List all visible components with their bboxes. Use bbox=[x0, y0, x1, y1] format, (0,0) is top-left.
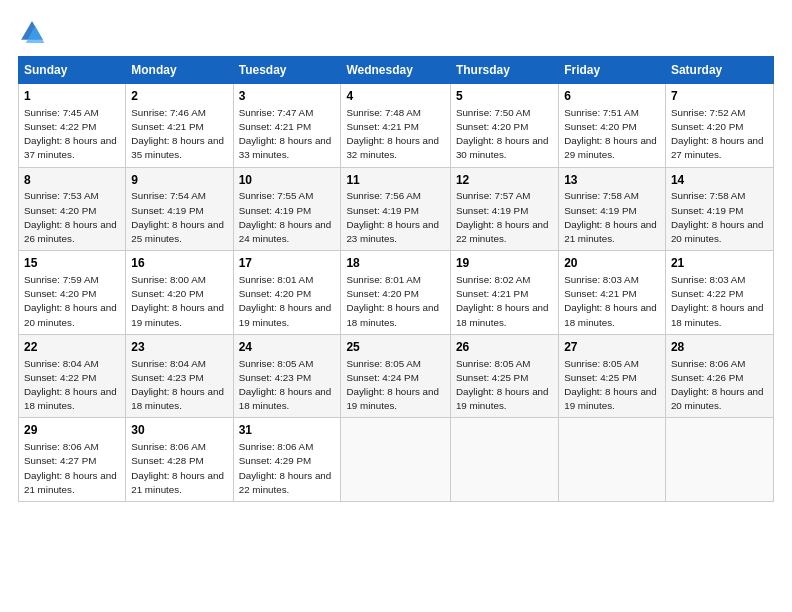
day-info: Sunrise: 8:06 AMSunset: 4:27 PMDaylight:… bbox=[24, 440, 120, 497]
day-info: Sunrise: 7:52 AMSunset: 4:20 PMDaylight:… bbox=[671, 106, 768, 163]
day-cell: 5Sunrise: 7:50 AMSunset: 4:20 PMDaylight… bbox=[450, 84, 558, 168]
day-info: Sunrise: 8:05 AMSunset: 4:24 PMDaylight:… bbox=[346, 357, 445, 414]
day-info: Sunrise: 8:01 AMSunset: 4:20 PMDaylight:… bbox=[239, 273, 336, 330]
day-info: Sunrise: 8:03 AMSunset: 4:21 PMDaylight:… bbox=[564, 273, 660, 330]
day-cell: 4Sunrise: 7:48 AMSunset: 4:21 PMDaylight… bbox=[341, 84, 451, 168]
day-number: 25 bbox=[346, 339, 445, 356]
day-cell: 18Sunrise: 8:01 AMSunset: 4:20 PMDayligh… bbox=[341, 251, 451, 335]
day-info: Sunrise: 8:03 AMSunset: 4:22 PMDaylight:… bbox=[671, 273, 768, 330]
day-number: 26 bbox=[456, 339, 553, 356]
day-number: 17 bbox=[239, 255, 336, 272]
day-cell: 14Sunrise: 7:58 AMSunset: 4:19 PMDayligh… bbox=[665, 167, 773, 251]
day-cell: 15Sunrise: 7:59 AMSunset: 4:20 PMDayligh… bbox=[19, 251, 126, 335]
page: SundayMondayTuesdayWednesdayThursdayFrid… bbox=[0, 0, 792, 612]
day-number: 31 bbox=[239, 422, 336, 439]
day-info: Sunrise: 8:05 AMSunset: 4:25 PMDaylight:… bbox=[456, 357, 553, 414]
day-cell: 31Sunrise: 8:06 AMSunset: 4:29 PMDayligh… bbox=[233, 418, 341, 502]
day-info: Sunrise: 7:57 AMSunset: 4:19 PMDaylight:… bbox=[456, 189, 553, 246]
weekday-header-tuesday: Tuesday bbox=[233, 57, 341, 84]
day-info: Sunrise: 8:00 AMSunset: 4:20 PMDaylight:… bbox=[131, 273, 227, 330]
weekday-header-wednesday: Wednesday bbox=[341, 57, 451, 84]
day-cell: 19Sunrise: 8:02 AMSunset: 4:21 PMDayligh… bbox=[450, 251, 558, 335]
day-info: Sunrise: 7:58 AMSunset: 4:19 PMDaylight:… bbox=[671, 189, 768, 246]
day-info: Sunrise: 7:54 AMSunset: 4:19 PMDaylight:… bbox=[131, 189, 227, 246]
day-number: 27 bbox=[564, 339, 660, 356]
calendar-table: SundayMondayTuesdayWednesdayThursdayFrid… bbox=[18, 56, 774, 502]
day-cell bbox=[559, 418, 666, 502]
day-cell: 17Sunrise: 8:01 AMSunset: 4:20 PMDayligh… bbox=[233, 251, 341, 335]
day-cell bbox=[450, 418, 558, 502]
day-info: Sunrise: 8:05 AMSunset: 4:25 PMDaylight:… bbox=[564, 357, 660, 414]
logo-icon bbox=[18, 18, 46, 46]
weekday-header-saturday: Saturday bbox=[665, 57, 773, 84]
weekday-header-friday: Friday bbox=[559, 57, 666, 84]
day-cell: 28Sunrise: 8:06 AMSunset: 4:26 PMDayligh… bbox=[665, 334, 773, 418]
day-cell: 12Sunrise: 7:57 AMSunset: 4:19 PMDayligh… bbox=[450, 167, 558, 251]
day-info: Sunrise: 8:01 AMSunset: 4:20 PMDaylight:… bbox=[346, 273, 445, 330]
week-row-3: 15Sunrise: 7:59 AMSunset: 4:20 PMDayligh… bbox=[19, 251, 774, 335]
day-cell: 20Sunrise: 8:03 AMSunset: 4:21 PMDayligh… bbox=[559, 251, 666, 335]
week-row-1: 1Sunrise: 7:45 AMSunset: 4:22 PMDaylight… bbox=[19, 84, 774, 168]
day-number: 6 bbox=[564, 88, 660, 105]
day-info: Sunrise: 8:04 AMSunset: 4:22 PMDaylight:… bbox=[24, 357, 120, 414]
day-number: 9 bbox=[131, 172, 227, 189]
weekday-header-sunday: Sunday bbox=[19, 57, 126, 84]
weekday-header-thursday: Thursday bbox=[450, 57, 558, 84]
day-info: Sunrise: 8:05 AMSunset: 4:23 PMDaylight:… bbox=[239, 357, 336, 414]
day-number: 3 bbox=[239, 88, 336, 105]
header bbox=[18, 18, 774, 46]
day-number: 30 bbox=[131, 422, 227, 439]
logo bbox=[18, 18, 52, 46]
day-cell: 24Sunrise: 8:05 AMSunset: 4:23 PMDayligh… bbox=[233, 334, 341, 418]
day-number: 8 bbox=[24, 172, 120, 189]
day-number: 22 bbox=[24, 339, 120, 356]
day-number: 23 bbox=[131, 339, 227, 356]
day-info: Sunrise: 7:50 AMSunset: 4:20 PMDaylight:… bbox=[456, 106, 553, 163]
day-number: 1 bbox=[24, 88, 120, 105]
day-cell: 3Sunrise: 7:47 AMSunset: 4:21 PMDaylight… bbox=[233, 84, 341, 168]
day-number: 14 bbox=[671, 172, 768, 189]
day-number: 11 bbox=[346, 172, 445, 189]
day-info: Sunrise: 7:53 AMSunset: 4:20 PMDaylight:… bbox=[24, 189, 120, 246]
day-info: Sunrise: 7:58 AMSunset: 4:19 PMDaylight:… bbox=[564, 189, 660, 246]
day-number: 13 bbox=[564, 172, 660, 189]
day-cell: 25Sunrise: 8:05 AMSunset: 4:24 PMDayligh… bbox=[341, 334, 451, 418]
day-cell: 30Sunrise: 8:06 AMSunset: 4:28 PMDayligh… bbox=[126, 418, 233, 502]
week-row-4: 22Sunrise: 8:04 AMSunset: 4:22 PMDayligh… bbox=[19, 334, 774, 418]
day-number: 29 bbox=[24, 422, 120, 439]
day-info: Sunrise: 8:06 AMSunset: 4:28 PMDaylight:… bbox=[131, 440, 227, 497]
day-cell: 21Sunrise: 8:03 AMSunset: 4:22 PMDayligh… bbox=[665, 251, 773, 335]
day-cell: 9Sunrise: 7:54 AMSunset: 4:19 PMDaylight… bbox=[126, 167, 233, 251]
day-info: Sunrise: 7:59 AMSunset: 4:20 PMDaylight:… bbox=[24, 273, 120, 330]
day-cell: 23Sunrise: 8:04 AMSunset: 4:23 PMDayligh… bbox=[126, 334, 233, 418]
day-info: Sunrise: 7:55 AMSunset: 4:19 PMDaylight:… bbox=[239, 189, 336, 246]
day-cell: 13Sunrise: 7:58 AMSunset: 4:19 PMDayligh… bbox=[559, 167, 666, 251]
day-number: 2 bbox=[131, 88, 227, 105]
day-cell: 11Sunrise: 7:56 AMSunset: 4:19 PMDayligh… bbox=[341, 167, 451, 251]
day-number: 18 bbox=[346, 255, 445, 272]
weekday-header-monday: Monday bbox=[126, 57, 233, 84]
day-number: 21 bbox=[671, 255, 768, 272]
day-info: Sunrise: 8:06 AMSunset: 4:26 PMDaylight:… bbox=[671, 357, 768, 414]
day-cell: 6Sunrise: 7:51 AMSunset: 4:20 PMDaylight… bbox=[559, 84, 666, 168]
day-info: Sunrise: 8:02 AMSunset: 4:21 PMDaylight:… bbox=[456, 273, 553, 330]
day-number: 4 bbox=[346, 88, 445, 105]
day-cell: 29Sunrise: 8:06 AMSunset: 4:27 PMDayligh… bbox=[19, 418, 126, 502]
day-number: 5 bbox=[456, 88, 553, 105]
weekday-header-row: SundayMondayTuesdayWednesdayThursdayFrid… bbox=[19, 57, 774, 84]
day-number: 15 bbox=[24, 255, 120, 272]
day-number: 12 bbox=[456, 172, 553, 189]
day-info: Sunrise: 7:46 AMSunset: 4:21 PMDaylight:… bbox=[131, 106, 227, 163]
day-cell bbox=[341, 418, 451, 502]
day-number: 16 bbox=[131, 255, 227, 272]
day-cell: 26Sunrise: 8:05 AMSunset: 4:25 PMDayligh… bbox=[450, 334, 558, 418]
day-info: Sunrise: 7:48 AMSunset: 4:21 PMDaylight:… bbox=[346, 106, 445, 163]
day-number: 10 bbox=[239, 172, 336, 189]
day-info: Sunrise: 7:56 AMSunset: 4:19 PMDaylight:… bbox=[346, 189, 445, 246]
day-cell: 7Sunrise: 7:52 AMSunset: 4:20 PMDaylight… bbox=[665, 84, 773, 168]
day-cell: 8Sunrise: 7:53 AMSunset: 4:20 PMDaylight… bbox=[19, 167, 126, 251]
day-number: 28 bbox=[671, 339, 768, 356]
day-cell: 10Sunrise: 7:55 AMSunset: 4:19 PMDayligh… bbox=[233, 167, 341, 251]
day-cell bbox=[665, 418, 773, 502]
day-cell: 2Sunrise: 7:46 AMSunset: 4:21 PMDaylight… bbox=[126, 84, 233, 168]
